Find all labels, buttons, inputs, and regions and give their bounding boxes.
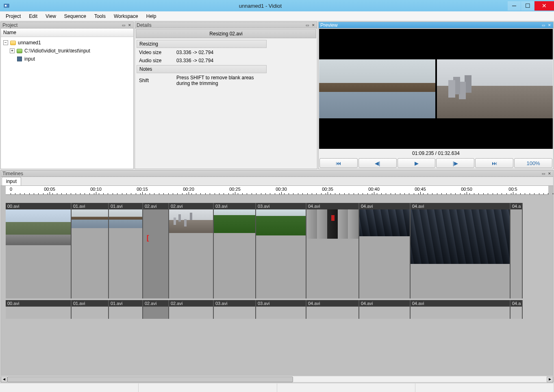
clip-label: 04.avi bbox=[411, 203, 510, 209]
menu-tools[interactable]: Tools bbox=[90, 12, 110, 20]
scroll-right-button[interactable]: ▶ bbox=[547, 377, 553, 382]
shift-value: Press SHIFT to remove blank areas during… bbox=[174, 74, 267, 87]
clip-thumbnail bbox=[6, 209, 71, 245]
clip-label: 03.avi bbox=[214, 203, 255, 209]
audio-clip[interactable]: 04.avi bbox=[359, 300, 411, 319]
preview-panel-title: Preview bbox=[319, 22, 540, 28]
panel-close-icon[interactable]: ✕ bbox=[547, 23, 552, 28]
details-panel-header[interactable]: Details ▭ ✕ bbox=[135, 22, 317, 28]
goto-start-button[interactable]: ⏮ bbox=[319, 158, 358, 168]
video-clip[interactable]: 02.avi bbox=[143, 203, 169, 298]
video-clip[interactable]: 04.avi bbox=[306, 203, 359, 298]
panel-close-icon[interactable]: ✕ bbox=[547, 171, 552, 176]
audio-track[interactable]: 00.avi01.avi01.avi02.avi02.avi03.avi03.a… bbox=[6, 300, 548, 319]
scroll-thumb[interactable] bbox=[7, 377, 293, 382]
timelines-panel-header[interactable]: Timelines ▭ ✕ bbox=[1, 170, 553, 177]
project-panel-header[interactable]: Project ▭ ✕ bbox=[1, 22, 133, 28]
audio-clip[interactable]: 02.avi bbox=[143, 300, 169, 319]
timelines-panel-title: Timelines bbox=[2, 171, 540, 176]
video-clip[interactable]: 02.avi bbox=[169, 203, 214, 298]
menu-edit[interactable]: Edit bbox=[25, 12, 41, 20]
audio-clip[interactable]: 01.avi bbox=[109, 300, 143, 319]
statusbar bbox=[0, 383, 554, 392]
panel-dock-icon[interactable]: ▭ bbox=[541, 23, 546, 28]
tree-root-label: unnamed1 bbox=[18, 40, 41, 46]
preview-timecode: 01:09.235 / 01:32.634 bbox=[319, 149, 553, 157]
tree-sequence-label: input bbox=[24, 56, 35, 62]
panel-dock-icon[interactable]: ▭ bbox=[541, 171, 546, 176]
clip-thumbnail bbox=[109, 209, 142, 228]
step-forward-button[interactable]: |▶ bbox=[436, 158, 474, 168]
timelines-panel: Timelines ▭ ✕ input 0 00:0500:1000:1500:… bbox=[0, 170, 554, 383]
panel-dock-icon[interactable]: ▭ bbox=[304, 23, 310, 28]
ruler-label: 00:20 bbox=[183, 187, 194, 192]
panel-close-icon[interactable]: ✕ bbox=[127, 23, 133, 28]
close-button[interactable]: ✕ bbox=[534, 1, 554, 11]
details-section-resizing: Resizing bbox=[137, 40, 267, 48]
minimize-button[interactable]: ─ bbox=[508, 1, 521, 11]
timeline-ruler[interactable]: 0 00:0500:1000:1500:2000:2500:3000:3500:… bbox=[6, 186, 548, 195]
preview-panel-header[interactable]: Preview ▭ ✕ bbox=[319, 22, 553, 28]
audio-clip[interactable]: 01.avi bbox=[72, 300, 109, 319]
audio-clip[interactable]: 00.avi bbox=[6, 300, 72, 319]
project-tree[interactable]: − unnamed1 + C:\Vidiot\vidiot_trunk\test… bbox=[1, 37, 133, 65]
audio-clip[interactable]: 04.avi bbox=[411, 300, 511, 319]
clip-thumbnail bbox=[306, 209, 358, 239]
step-back-button[interactable]: ◀| bbox=[358, 158, 397, 168]
ruler-label: 00:5 bbox=[508, 187, 517, 192]
clip-label: 01.avi bbox=[72, 300, 108, 307]
audio-clip[interactable]: 04.avi bbox=[306, 300, 359, 319]
window-title: unnamed1 - Vidiot bbox=[13, 3, 508, 9]
clip-label: 01.avi bbox=[109, 300, 142, 307]
panel-close-icon[interactable]: ✕ bbox=[311, 23, 316, 28]
audio-clip[interactable]: 02.avi bbox=[169, 300, 214, 319]
tree-root[interactable]: − unnamed1 bbox=[2, 39, 132, 47]
video-clip[interactable]: 03.avi bbox=[256, 203, 306, 298]
tree-folder[interactable]: + C:\Vidiot\vidiot_trunk\test\input bbox=[2, 47, 132, 55]
menu-project[interactable]: Project bbox=[2, 12, 25, 20]
ruler-label: 00:05 bbox=[44, 187, 55, 192]
preview-display[interactable] bbox=[319, 29, 553, 149]
menu-view[interactable]: View bbox=[41, 12, 60, 20]
audio-clip[interactable]: 03.avi bbox=[256, 300, 306, 319]
goto-end-button[interactable]: ⏭ bbox=[475, 158, 513, 168]
maximize-button[interactable]: ☐ bbox=[521, 1, 534, 11]
preview-frame-right bbox=[437, 59, 553, 118]
video-clip[interactable]: 00.avi bbox=[6, 203, 72, 298]
clip-thumbnail bbox=[214, 209, 255, 233]
menu-sequence[interactable]: Sequence bbox=[60, 12, 90, 20]
menu-help[interactable]: Help bbox=[142, 12, 161, 20]
tree-collapse-icon[interactable]: − bbox=[3, 40, 8, 45]
video-size-label: Video size bbox=[137, 49, 173, 56]
timeline-tab-input[interactable]: input bbox=[2, 177, 21, 185]
menubar: Project Edit View Sequence Tools Workspa… bbox=[0, 11, 554, 21]
clip-label: 03.avi bbox=[256, 300, 306, 307]
tree-sequence[interactable]: input bbox=[2, 55, 132, 63]
video-clip[interactable]: 04.avi bbox=[359, 203, 411, 298]
video-clip[interactable]: 01.avi bbox=[72, 203, 109, 298]
clip-label: 00.avi bbox=[6, 300, 71, 307]
clip-label: 04.avi bbox=[359, 203, 410, 209]
svg-rect-1 bbox=[5, 5, 7, 7]
panel-dock-icon[interactable]: ▭ bbox=[121, 23, 126, 28]
video-clip[interactable]: 03.avi bbox=[214, 203, 256, 298]
video-size-value: 03.336 -> 02.794 bbox=[174, 49, 267, 56]
timeline-body[interactable]: 0 00:0500:1000:1500:2000:2500:3000:3500:… bbox=[1, 186, 553, 382]
ruler-label: 00:15 bbox=[137, 187, 148, 192]
video-track[interactable]: 00.avi01.avi01.avi02.avi02.avi03.avi03.a… bbox=[6, 203, 548, 298]
scroll-left-button[interactable]: ◀ bbox=[1, 377, 7, 382]
video-clip[interactable]: 04.a bbox=[511, 203, 523, 298]
zoom-level[interactable]: 100% bbox=[514, 158, 552, 168]
details-section-notes: Notes bbox=[137, 65, 267, 73]
play-button[interactable]: ▶ bbox=[398, 158, 436, 168]
details-panel-title: Details bbox=[136, 22, 304, 28]
project-column-name[interactable]: Name bbox=[1, 28, 133, 37]
audio-clip[interactable]: 03.avi bbox=[214, 300, 256, 319]
tree-expand-icon[interactable]: + bbox=[10, 48, 15, 53]
menu-workspace[interactable]: Workspace bbox=[110, 12, 142, 20]
timeline-hscroll[interactable]: ◀ ▶ bbox=[1, 376, 553, 382]
audio-clip[interactable]: 04.a bbox=[511, 300, 523, 319]
video-clip[interactable]: 04.avi bbox=[411, 203, 511, 298]
video-clip[interactable]: 01.avi bbox=[109, 203, 143, 298]
clip-label: 04.a bbox=[511, 300, 522, 307]
